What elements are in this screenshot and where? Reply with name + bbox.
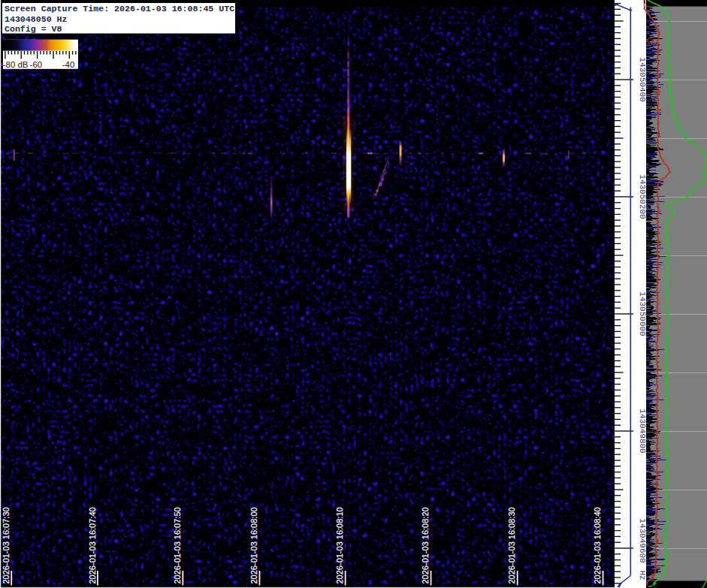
svg-text:2026-01-03 16:08:30: 2026-01-03 16:08:30 [507,507,516,583]
svg-text:-60: -60 [30,60,42,69]
svg-text:143049600: 143049600 [638,518,647,562]
svg-text:143050000: 143050000 [638,291,647,336]
svg-text:2026-01-03 16:07:30: 2026-01-03 16:07:30 [2,507,11,583]
svg-text:143050200: 143050200 [638,174,647,219]
svg-text:2026-01-03 16:07:40: 2026-01-03 16:07:40 [88,507,97,583]
svg-text:-80 dB: -80 dB [3,60,29,69]
svg-text:143050400: 143050400 [638,57,647,101]
svg-text:143048050 Hz: 143048050 Hz [5,14,68,24]
svg-text:Screen Capture Time: 2026-01-0: Screen Capture Time: 2026-01-03 16:08:45… [5,4,234,14]
svg-text:2026-01-03 16:08:40: 2026-01-03 16:08:40 [593,507,602,583]
svg-text:Hz: Hz [638,570,647,580]
svg-text:2026-01-03 16:08:00: 2026-01-03 16:08:00 [249,507,258,583]
svg-text:2026-01-03 16:07:50: 2026-01-03 16:07:50 [173,507,182,583]
svg-text:2026-01-03 16:08:20: 2026-01-03 16:08:20 [421,507,430,583]
svg-text:-40: -40 [62,60,74,69]
svg-text:143049800: 143049800 [638,409,647,453]
svg-text:Config = V8: Config = V8 [5,24,62,34]
svg-text:2026-01-03 16:08:10: 2026-01-03 16:08:10 [335,507,344,583]
